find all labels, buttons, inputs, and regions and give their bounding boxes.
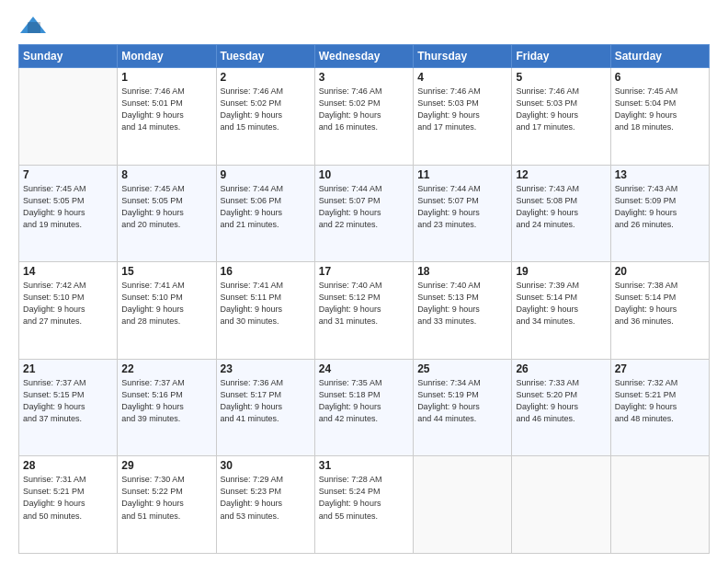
calendar-week-row: 28Sunrise: 7:31 AM Sunset: 5:21 PM Dayli… bbox=[19, 456, 710, 554]
calendar-cell bbox=[19, 68, 118, 166]
calendar-week-row: 21Sunrise: 7:37 AM Sunset: 5:15 PM Dayli… bbox=[19, 359, 710, 456]
calendar-cell: 6Sunrise: 7:45 AM Sunset: 5:04 PM Daylig… bbox=[610, 68, 709, 166]
calendar-cell: 2Sunrise: 7:46 AM Sunset: 5:02 PM Daylig… bbox=[216, 68, 314, 166]
calendar-body: 1Sunrise: 7:46 AM Sunset: 5:01 PM Daylig… bbox=[19, 68, 710, 554]
day-info: Sunrise: 7:41 AM Sunset: 5:11 PM Dayligh… bbox=[221, 280, 311, 327]
day-info: Sunrise: 7:43 AM Sunset: 5:08 PM Dayligh… bbox=[516, 183, 606, 231]
day-number: 8 bbox=[121, 168, 211, 181]
page: Sunday Monday Tuesday Wednesday Thursday… bbox=[0, 0, 728, 563]
day-info: Sunrise: 7:45 AM Sunset: 5:05 PM Dayligh… bbox=[121, 183, 211, 231]
day-number: 11 bbox=[417, 168, 507, 181]
calendar-cell: 30Sunrise: 7:29 AM Sunset: 5:23 PM Dayli… bbox=[216, 456, 314, 554]
calendar-cell: 24Sunrise: 7:35 AM Sunset: 5:18 PM Dayli… bbox=[314, 359, 413, 456]
day-number: 18 bbox=[417, 265, 507, 278]
calendar-cell bbox=[610, 456, 709, 554]
calendar-cell: 29Sunrise: 7:30 AM Sunset: 5:22 PM Dayli… bbox=[118, 456, 216, 554]
day-info: Sunrise: 7:44 AM Sunset: 5:06 PM Dayligh… bbox=[221, 183, 311, 231]
calendar-cell: 26Sunrise: 7:33 AM Sunset: 5:20 PM Dayli… bbox=[512, 359, 610, 456]
day-number: 25 bbox=[417, 362, 507, 375]
calendar-cell: 8Sunrise: 7:45 AM Sunset: 5:05 PM Daylig… bbox=[118, 165, 216, 262]
day-number: 24 bbox=[319, 362, 409, 375]
day-info: Sunrise: 7:44 AM Sunset: 5:07 PM Dayligh… bbox=[319, 183, 409, 231]
day-number: 14 bbox=[23, 265, 113, 278]
calendar: Sunday Monday Tuesday Wednesday Thursday… bbox=[18, 44, 710, 554]
header bbox=[18, 15, 710, 37]
day-info: Sunrise: 7:33 AM Sunset: 5:20 PM Dayligh… bbox=[516, 377, 606, 425]
calendar-cell: 17Sunrise: 7:40 AM Sunset: 5:12 PM Dayli… bbox=[314, 262, 413, 360]
day-number: 30 bbox=[221, 459, 311, 472]
calendar-cell: 3Sunrise: 7:46 AM Sunset: 5:02 PM Daylig… bbox=[314, 68, 413, 166]
day-info: Sunrise: 7:43 AM Sunset: 5:09 PM Dayligh… bbox=[615, 183, 705, 231]
calendar-cell: 27Sunrise: 7:32 AM Sunset: 5:21 PM Dayli… bbox=[610, 359, 709, 456]
day-number: 21 bbox=[23, 362, 113, 375]
calendar-table: Sunday Monday Tuesday Wednesday Thursday… bbox=[18, 44, 710, 554]
day-number: 5 bbox=[516, 71, 606, 84]
day-info: Sunrise: 7:29 AM Sunset: 5:23 PM Dayligh… bbox=[221, 474, 311, 522]
day-number: 4 bbox=[417, 71, 507, 84]
svg-marker-1 bbox=[28, 22, 40, 33]
day-info: Sunrise: 7:31 AM Sunset: 5:21 PM Dayligh… bbox=[23, 474, 113, 522]
day-number: 26 bbox=[516, 362, 606, 375]
day-info: Sunrise: 7:46 AM Sunset: 5:03 PM Dayligh… bbox=[516, 86, 606, 133]
calendar-header: Sunday Monday Tuesday Wednesday Thursday… bbox=[19, 45, 710, 68]
calendar-cell: 19Sunrise: 7:39 AM Sunset: 5:14 PM Dayli… bbox=[512, 262, 610, 360]
header-monday: Monday bbox=[118, 45, 216, 68]
day-number: 16 bbox=[221, 265, 311, 278]
header-thursday: Thursday bbox=[414, 45, 512, 68]
calendar-cell: 31Sunrise: 7:28 AM Sunset: 5:24 PM Dayli… bbox=[314, 456, 413, 554]
day-info: Sunrise: 7:46 AM Sunset: 5:01 PM Dayligh… bbox=[121, 86, 211, 133]
day-number: 13 bbox=[615, 168, 705, 181]
calendar-cell: 25Sunrise: 7:34 AM Sunset: 5:19 PM Dayli… bbox=[414, 359, 512, 456]
day-info: Sunrise: 7:38 AM Sunset: 5:14 PM Dayligh… bbox=[615, 280, 705, 327]
day-number: 10 bbox=[319, 168, 409, 181]
calendar-cell: 15Sunrise: 7:41 AM Sunset: 5:10 PM Dayli… bbox=[118, 262, 216, 360]
header-sunday: Sunday bbox=[19, 45, 118, 68]
day-info: Sunrise: 7:45 AM Sunset: 5:05 PM Dayligh… bbox=[23, 183, 113, 231]
day-info: Sunrise: 7:37 AM Sunset: 5:15 PM Dayligh… bbox=[23, 377, 113, 425]
day-number: 27 bbox=[615, 362, 705, 375]
days-header-row: Sunday Monday Tuesday Wednesday Thursday… bbox=[19, 45, 710, 68]
calendar-cell bbox=[512, 456, 610, 554]
calendar-cell: 23Sunrise: 7:36 AM Sunset: 5:17 PM Dayli… bbox=[216, 359, 314, 456]
logo-icon bbox=[18, 15, 48, 37]
day-number: 31 bbox=[319, 459, 409, 472]
calendar-cell: 28Sunrise: 7:31 AM Sunset: 5:21 PM Dayli… bbox=[19, 456, 118, 554]
day-info: Sunrise: 7:40 AM Sunset: 5:13 PM Dayligh… bbox=[417, 280, 507, 327]
day-info: Sunrise: 7:34 AM Sunset: 5:19 PM Dayligh… bbox=[417, 377, 507, 425]
day-info: Sunrise: 7:37 AM Sunset: 5:16 PM Dayligh… bbox=[121, 377, 211, 425]
calendar-cell: 10Sunrise: 7:44 AM Sunset: 5:07 PM Dayli… bbox=[314, 165, 413, 262]
day-info: Sunrise: 7:36 AM Sunset: 5:17 PM Dayligh… bbox=[221, 377, 311, 425]
day-number: 2 bbox=[221, 71, 311, 84]
day-number: 6 bbox=[615, 71, 705, 84]
day-number: 7 bbox=[23, 168, 113, 181]
day-info: Sunrise: 7:45 AM Sunset: 5:04 PM Dayligh… bbox=[615, 86, 705, 133]
day-number: 15 bbox=[121, 265, 211, 278]
calendar-cell: 20Sunrise: 7:38 AM Sunset: 5:14 PM Dayli… bbox=[610, 262, 709, 360]
calendar-cell: 5Sunrise: 7:46 AM Sunset: 5:03 PM Daylig… bbox=[512, 68, 610, 166]
header-saturday: Saturday bbox=[610, 45, 709, 68]
calendar-cell: 7Sunrise: 7:45 AM Sunset: 5:05 PM Daylig… bbox=[19, 165, 118, 262]
day-info: Sunrise: 7:40 AM Sunset: 5:12 PM Dayligh… bbox=[319, 280, 409, 327]
day-info: Sunrise: 7:30 AM Sunset: 5:22 PM Dayligh… bbox=[121, 474, 211, 522]
day-number: 23 bbox=[221, 362, 311, 375]
day-number: 17 bbox=[319, 265, 409, 278]
calendar-cell: 21Sunrise: 7:37 AM Sunset: 5:15 PM Dayli… bbox=[19, 359, 118, 456]
calendar-cell: 1Sunrise: 7:46 AM Sunset: 5:01 PM Daylig… bbox=[118, 68, 216, 166]
header-friday: Friday bbox=[512, 45, 610, 68]
day-number: 29 bbox=[121, 459, 211, 472]
day-number: 19 bbox=[516, 265, 606, 278]
day-info: Sunrise: 7:46 AM Sunset: 5:02 PM Dayligh… bbox=[319, 86, 409, 133]
calendar-cell: 12Sunrise: 7:43 AM Sunset: 5:08 PM Dayli… bbox=[512, 165, 610, 262]
day-info: Sunrise: 7:35 AM Sunset: 5:18 PM Dayligh… bbox=[319, 377, 409, 425]
day-number: 9 bbox=[221, 168, 311, 181]
day-info: Sunrise: 7:44 AM Sunset: 5:07 PM Dayligh… bbox=[417, 183, 507, 231]
day-info: Sunrise: 7:32 AM Sunset: 5:21 PM Dayligh… bbox=[615, 377, 705, 425]
calendar-cell: 9Sunrise: 7:44 AM Sunset: 5:06 PM Daylig… bbox=[216, 165, 314, 262]
calendar-cell: 14Sunrise: 7:42 AM Sunset: 5:10 PM Dayli… bbox=[19, 262, 118, 360]
day-info: Sunrise: 7:39 AM Sunset: 5:14 PM Dayligh… bbox=[516, 280, 606, 327]
logo bbox=[18, 15, 51, 37]
calendar-week-row: 14Sunrise: 7:42 AM Sunset: 5:10 PM Dayli… bbox=[19, 262, 710, 360]
day-info: Sunrise: 7:42 AM Sunset: 5:10 PM Dayligh… bbox=[23, 280, 113, 327]
day-number: 1 bbox=[121, 71, 211, 84]
day-number: 28 bbox=[23, 459, 113, 472]
